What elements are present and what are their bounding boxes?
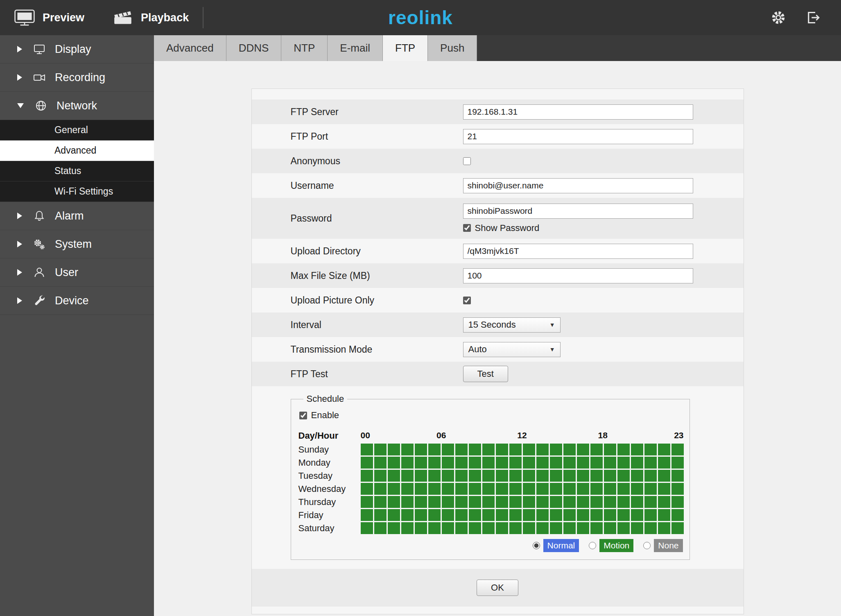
schedule-cell[interactable] <box>550 470 562 482</box>
schedule-cell[interactable] <box>509 444 522 455</box>
schedule-cell[interactable] <box>563 457 576 469</box>
schedule-cell[interactable] <box>388 496 400 508</box>
playback-button[interactable]: Playback <box>98 0 203 35</box>
schedule-cell[interactable] <box>617 496 630 508</box>
schedule-cell[interactable] <box>415 470 427 482</box>
sidebar-subitem-general[interactable]: General <box>0 120 154 140</box>
schedule-cell[interactable] <box>523 483 535 495</box>
schedule-cell[interactable] <box>590 496 603 508</box>
schedule-cell[interactable] <box>415 496 427 508</box>
schedule-cell[interactable] <box>401 483 414 495</box>
ftp-test-button[interactable]: Test <box>463 366 508 382</box>
schedule-cell[interactable] <box>550 522 562 534</box>
upload-picture-only-checkbox[interactable] <box>463 297 471 304</box>
schedule-cell[interactable] <box>428 496 441 508</box>
schedule-cell[interactable] <box>388 470 400 482</box>
schedule-cell[interactable] <box>617 457 630 469</box>
schedule-cell[interactable] <box>644 522 657 534</box>
schedule-cell[interactable] <box>496 496 508 508</box>
schedule-cell[interactable] <box>388 522 400 534</box>
schedule-cell[interactable] <box>415 509 427 521</box>
schedule-cell[interactable] <box>361 444 373 455</box>
schedule-cell[interactable] <box>671 444 684 455</box>
schedule-cell[interactable] <box>401 496 414 508</box>
schedule-cell[interactable] <box>509 457 522 469</box>
schedule-cell[interactable] <box>482 522 495 534</box>
schedule-cell[interactable] <box>617 522 630 534</box>
schedule-cell[interactable] <box>631 496 643 508</box>
schedule-cell[interactable] <box>658 444 670 455</box>
schedule-cell[interactable] <box>455 522 468 534</box>
schedule-cell[interactable] <box>361 483 373 495</box>
schedule-cell[interactable] <box>671 496 684 508</box>
schedule-cell[interactable] <box>469 483 481 495</box>
username-input[interactable] <box>463 178 693 193</box>
schedule-cell[interactable] <box>671 509 684 521</box>
schedule-cell[interactable] <box>415 483 427 495</box>
schedule-cell[interactable] <box>604 522 616 534</box>
schedule-cell[interactable] <box>644 509 657 521</box>
schedule-cell[interactable] <box>631 509 643 521</box>
schedule-cell[interactable] <box>631 457 643 469</box>
schedule-cell[interactable] <box>671 457 684 469</box>
schedule-cell[interactable] <box>536 483 549 495</box>
schedule-cell[interactable] <box>496 483 508 495</box>
schedule-cell[interactable] <box>658 483 670 495</box>
schedule-cell[interactable] <box>469 509 481 521</box>
schedule-cell[interactable] <box>509 470 522 482</box>
schedule-cell[interactable] <box>361 496 373 508</box>
schedule-enable-checkbox[interactable] <box>299 412 307 419</box>
schedule-cell[interactable] <box>658 496 670 508</box>
sidebar-subitem-status[interactable]: Status <box>0 161 154 181</box>
schedule-cell[interactable] <box>361 509 373 521</box>
schedule-cell[interactable] <box>482 457 495 469</box>
schedule-cell[interactable] <box>577 457 589 469</box>
schedule-cell[interactable] <box>671 470 684 482</box>
schedule-cell[interactable] <box>550 457 562 469</box>
ftp-server-input[interactable] <box>463 104 693 120</box>
schedule-cell[interactable] <box>523 470 535 482</box>
schedule-cell[interactable] <box>442 522 454 534</box>
schedule-cell[interactable] <box>442 509 454 521</box>
schedule-cell[interactable] <box>563 470 576 482</box>
password-input[interactable] <box>463 204 693 219</box>
schedule-cell[interactable] <box>577 470 589 482</box>
schedule-cell[interactable] <box>536 496 549 508</box>
schedule-cell[interactable] <box>401 470 414 482</box>
schedule-cell[interactable] <box>415 457 427 469</box>
schedule-cell[interactable] <box>644 470 657 482</box>
schedule-cell[interactable] <box>388 483 400 495</box>
schedule-cell[interactable] <box>563 444 576 455</box>
schedule-cell[interactable] <box>469 444 481 455</box>
schedule-cell[interactable] <box>604 457 616 469</box>
schedule-cell[interactable] <box>442 496 454 508</box>
schedule-cell[interactable] <box>388 457 400 469</box>
schedule-cell[interactable] <box>604 470 616 482</box>
schedule-cell[interactable] <box>658 457 670 469</box>
schedule-cell[interactable] <box>469 496 481 508</box>
schedule-cell[interactable] <box>590 444 603 455</box>
schedule-cell[interactable] <box>644 444 657 455</box>
preview-button[interactable]: Preview <box>0 0 98 35</box>
schedule-cell[interactable] <box>374 457 387 469</box>
schedule-cell[interactable] <box>401 444 414 455</box>
schedule-cell[interactable] <box>415 522 427 534</box>
schedule-cell[interactable] <box>523 509 535 521</box>
sidebar-item-alarm[interactable]: Alarm <box>0 202 154 230</box>
schedule-cell[interactable] <box>671 483 684 495</box>
schedule-cell[interactable] <box>455 509 468 521</box>
schedule-cell[interactable] <box>644 496 657 508</box>
schedule-cell[interactable] <box>415 444 427 455</box>
sidebar-subitem-advanced[interactable]: Advanced <box>0 140 154 161</box>
schedule-cell[interactable] <box>455 483 468 495</box>
schedule-cell[interactable] <box>496 457 508 469</box>
schedule-cell[interactable] <box>550 509 562 521</box>
schedule-cell[interactable] <box>388 444 400 455</box>
schedule-cell[interactable] <box>455 444 468 455</box>
schedule-cell[interactable] <box>590 457 603 469</box>
schedule-cell[interactable] <box>658 522 670 534</box>
schedule-cell[interactable] <box>469 522 481 534</box>
schedule-cell[interactable] <box>536 457 549 469</box>
schedule-cell[interactable] <box>631 483 643 495</box>
schedule-cell[interactable] <box>428 457 441 469</box>
